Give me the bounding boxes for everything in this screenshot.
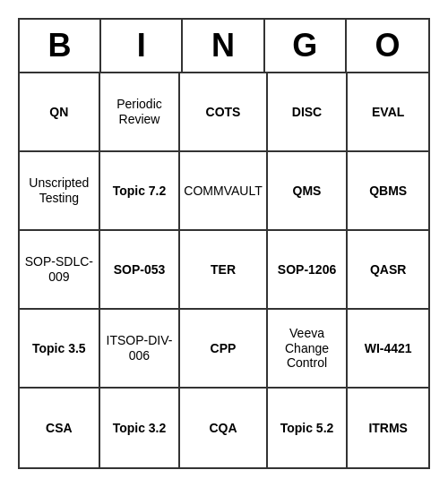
- cell-text-r2-c4: QASR: [370, 262, 406, 278]
- cell-text-r4-c2: CQA: [209, 421, 237, 436]
- header-letter-I: I: [101, 20, 183, 72]
- cell-r2-c1: SOP-053: [100, 231, 181, 310]
- cell-text-r0-c3: DISC: [292, 105, 322, 120]
- cell-r3-c1: ITSOP-DIV-006: [100, 310, 181, 389]
- header-letter-B: B: [20, 20, 101, 72]
- cell-r1-c3: QMS: [268, 152, 349, 231]
- cell-r0-c1: Periodic Review: [100, 73, 181, 152]
- cell-text-r4-c4: ITRMS: [368, 421, 408, 436]
- cell-text-r3-c1: ITSOP-DIV-006: [104, 333, 176, 363]
- header-letter-N: N: [183, 20, 264, 72]
- bingo-grid: QNPeriodic ReviewCOTSDISCEVALUnscripted …: [20, 73, 428, 467]
- cell-text-r2-c1: SOP-053: [114, 262, 166, 278]
- cell-r0-c4: EVAL: [348, 73, 428, 152]
- cell-r0-c2: COTS: [180, 73, 267, 152]
- cell-r4-c2: CQA: [180, 389, 267, 467]
- cell-r1-c2: COMMVAULT: [180, 152, 267, 231]
- cell-r0-c3: DISC: [268, 73, 349, 152]
- cell-text-r3-c2: CPP: [211, 341, 237, 356]
- bingo-header: BINGO: [20, 20, 428, 73]
- cell-text-r3-c0: Topic 3.5: [32, 341, 86, 356]
- cell-r2-c2: TER: [180, 231, 267, 310]
- cell-r2-c3: SOP-1206: [268, 231, 349, 310]
- cell-text-r3-c3: Veeva Change Control: [271, 326, 343, 371]
- cell-r4-c0: CSA: [20, 389, 100, 467]
- cell-r4-c1: Topic 3.2: [100, 389, 181, 467]
- cell-text-r1-c1: Topic 7.2: [113, 184, 167, 199]
- cell-r4-c4: ITRMS: [348, 389, 428, 467]
- cell-text-r4-c3: Topic 5.2: [280, 421, 334, 436]
- cell-text-r1-c3: QMS: [293, 184, 322, 199]
- cell-text-r1-c2: COMMVAULT: [184, 184, 262, 199]
- header-letter-G: G: [265, 20, 347, 72]
- cell-r2-c0: SOP-SDLC-009: [20, 231, 100, 310]
- cell-text-r0-c0: QN: [49, 105, 68, 120]
- cell-text-r2-c3: SOP-1206: [278, 262, 336, 278]
- cell-r3-c3: Veeva Change Control: [268, 310, 349, 389]
- cell-r4-c3: Topic 5.2: [268, 389, 349, 467]
- cell-r3-c2: CPP: [180, 310, 267, 389]
- cell-text-r1-c4: QBMS: [369, 184, 407, 199]
- bingo-card: BINGO QNPeriodic ReviewCOTSDISCEVALUnscr…: [18, 18, 430, 469]
- cell-r3-c4: WI-4421: [348, 310, 428, 389]
- cell-text-r4-c1: Topic 3.2: [113, 421, 167, 436]
- cell-text-r0-c2: COTS: [206, 105, 241, 120]
- header-letter-O: O: [347, 20, 428, 72]
- cell-r1-c1: Topic 7.2: [100, 152, 181, 231]
- cell-r2-c4: QASR: [348, 231, 428, 310]
- cell-r0-c0: QN: [20, 73, 100, 152]
- cell-r1-c0: Unscripted Testing: [20, 152, 100, 231]
- cell-text-r0-c4: EVAL: [372, 105, 404, 120]
- cell-text-r3-c4: WI-4421: [365, 341, 412, 356]
- cell-text-r0-c1: Periodic Review: [104, 97, 176, 127]
- cell-text-r2-c0: SOP-SDLC-009: [23, 254, 95, 285]
- cell-text-r4-c0: CSA: [46, 421, 73, 436]
- cell-text-r2-c2: TER: [211, 262, 236, 278]
- cell-text-r1-c0: Unscripted Testing: [23, 175, 95, 206]
- cell-r1-c4: QBMS: [348, 152, 428, 231]
- cell-r3-c0: Topic 3.5: [20, 310, 100, 389]
